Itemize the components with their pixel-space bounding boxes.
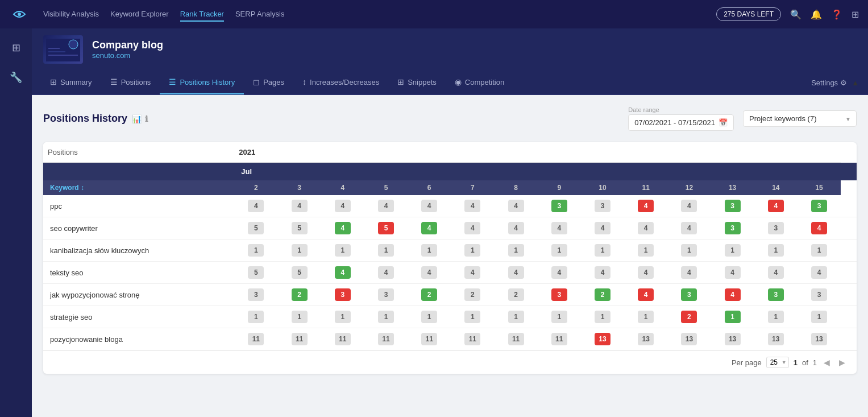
position-badge: 4 xyxy=(248,200,264,212)
sidebar-dashboard-icon[interactable]: ⊞ xyxy=(6,38,26,58)
next-page-button[interactable]: ▶ xyxy=(837,357,848,368)
keyword-column-header[interactable]: Keyword ↕ xyxy=(43,180,234,195)
date-row: Keyword ↕ 23456789101112131415 xyxy=(43,180,857,195)
value-cell-3-12: 4 xyxy=(754,262,798,284)
keyword-cell-3[interactable]: teksty seo xyxy=(43,262,234,284)
value-cell-5-11: 1 xyxy=(711,306,754,328)
date-header-8: 8 xyxy=(494,180,537,195)
value-cell-2-13: 1 xyxy=(798,240,841,262)
month-date-2 xyxy=(277,163,321,181)
per-page-label: Per page xyxy=(732,358,762,367)
value-cell-6-3: 11 xyxy=(364,328,408,350)
position-badge: 4 xyxy=(508,200,524,212)
tab-pages[interactable]: ◻ Pages xyxy=(244,71,293,94)
nav-visibility-analysis[interactable]: Visibility Analysis xyxy=(43,7,99,22)
position-badge: 1 xyxy=(421,311,437,323)
position-badge: 3 xyxy=(768,288,784,301)
value-cell-5-9: 1 xyxy=(624,306,667,328)
keyword-cell-6[interactable]: pozycjonowanie bloga xyxy=(43,328,234,350)
month-date-7 xyxy=(494,163,537,181)
tab-increases-label: Increases/Decreases xyxy=(310,78,379,86)
month-date-13 xyxy=(754,163,798,181)
position-badge: 1 xyxy=(421,244,437,257)
positions-header: Positions xyxy=(43,142,234,163)
keyword-filter-select[interactable]: Project keywords (7) All keywords xyxy=(743,110,857,127)
position-badge: 4 xyxy=(335,200,351,212)
tab-summary[interactable]: ⊞ Summary xyxy=(41,71,101,94)
tab-positions[interactable]: ☰ Positions xyxy=(101,71,160,94)
info-icon[interactable]: ℹ xyxy=(145,114,148,123)
table-row: ppc44444443344343 xyxy=(43,195,857,217)
search-icon[interactable]: 🔍 xyxy=(790,9,801,20)
value-cell-4-4: 2 xyxy=(408,284,451,306)
position-badge: 4 xyxy=(292,200,308,212)
tab-increases-decreases[interactable]: ↕ Increases/Decreases xyxy=(293,71,388,94)
header-row: Positions 2021 xyxy=(43,142,857,163)
position-badge: 1 xyxy=(725,311,741,323)
date-header-5: 5 xyxy=(364,180,408,195)
value-cell-3-6: 4 xyxy=(494,262,537,284)
keyword-cell-4[interactable]: jak wypozycjonować stronę xyxy=(43,284,234,306)
position-badge: 1 xyxy=(811,244,827,257)
position-badge: 1 xyxy=(248,244,264,257)
grid-icon[interactable]: ⊞ xyxy=(852,9,859,20)
value-cell-4-7: 3 xyxy=(538,284,581,306)
tab-positions-history-label: Positions History xyxy=(180,78,235,86)
position-badge: 1 xyxy=(378,311,394,323)
month-date-14 xyxy=(798,163,841,181)
position-badge: 1 xyxy=(595,311,610,323)
position-badge: 13 xyxy=(638,333,654,345)
value-cell-3-4: 4 xyxy=(408,262,451,284)
position-badge: 3 xyxy=(811,200,827,212)
value-cell-2-2: 1 xyxy=(321,240,364,262)
value-cell-1-1: 5 xyxy=(277,217,321,240)
position-badge: 3 xyxy=(551,200,567,212)
per-page-select[interactable]: 25 50 xyxy=(766,357,789,368)
days-left-badge[interactable]: 275 DAYS LEFT xyxy=(716,7,781,21)
settings-button[interactable]: Settings ⚙ xyxy=(811,79,847,87)
collapse-icon[interactable]: ▲ xyxy=(852,79,859,87)
position-badge: 1 xyxy=(725,244,741,257)
sort-icon: ↕ xyxy=(81,184,84,192)
pages-tab-icon: ◻ xyxy=(253,77,260,86)
help-icon[interactable]: ❓ xyxy=(831,9,842,20)
project-url[interactable]: senuto.com xyxy=(92,51,130,60)
tab-snippets[interactable]: ⊞ Snippets xyxy=(388,71,446,94)
value-cell-5-10: 2 xyxy=(667,306,711,328)
value-cell-5-8: 1 xyxy=(581,306,624,328)
value-cell-1-10: 4 xyxy=(667,217,711,240)
position-badge: 4 xyxy=(768,200,784,212)
keyword-cell-2[interactable]: kanibalizacja słów kluczowych xyxy=(43,240,234,262)
tab-positions-history[interactable]: ☰ Positions History xyxy=(160,71,244,94)
keyword-cell-5[interactable]: strategie seo xyxy=(43,306,234,328)
position-badge: 1 xyxy=(595,244,610,257)
keyword-cell-0[interactable]: ppc xyxy=(43,195,234,217)
position-badge: 1 xyxy=(464,311,480,323)
bell-icon[interactable]: 🔔 xyxy=(811,9,822,20)
date-header-11: 11 xyxy=(624,180,667,195)
position-badge: 4 xyxy=(551,266,567,279)
value-cell-5-13: 1 xyxy=(798,306,841,328)
keyword-cell-1[interactable]: seo copywriter xyxy=(43,217,234,240)
tab-competition[interactable]: ◉ Competition xyxy=(446,71,513,94)
nav-keyword-explorer[interactable]: Keyword Explorer xyxy=(110,7,169,22)
sidebar-settings-icon[interactable]: 🔧 xyxy=(6,67,26,88)
nav-serp-analysis[interactable]: SERP Analysis xyxy=(235,7,284,22)
nav-rank-tracker[interactable]: Rank Tracker xyxy=(180,7,224,22)
logo[interactable] xyxy=(9,4,30,24)
prev-page-button[interactable]: ◀ xyxy=(821,357,832,368)
value-cell-6-0: 11 xyxy=(234,328,277,350)
position-badge: 13 xyxy=(595,333,610,345)
value-cell-6-1: 11 xyxy=(277,328,321,350)
position-badge: 1 xyxy=(508,244,524,257)
date-range-input[interactable]: 07/02/2021 - 07/15/2021 📅 xyxy=(628,114,734,131)
value-cell-3-7: 4 xyxy=(538,262,581,284)
value-cell-2-8: 1 xyxy=(581,240,624,262)
value-cell-6-7: 11 xyxy=(538,328,581,350)
value-cell-0-9: 4 xyxy=(624,195,667,217)
value-cell-6-13: 13 xyxy=(798,328,841,350)
value-cell-0-2: 4 xyxy=(321,195,364,217)
date-header-4: 4 xyxy=(321,180,364,195)
position-badge: 3 xyxy=(725,222,741,234)
export-icon[interactable]: 📊 xyxy=(132,114,142,123)
